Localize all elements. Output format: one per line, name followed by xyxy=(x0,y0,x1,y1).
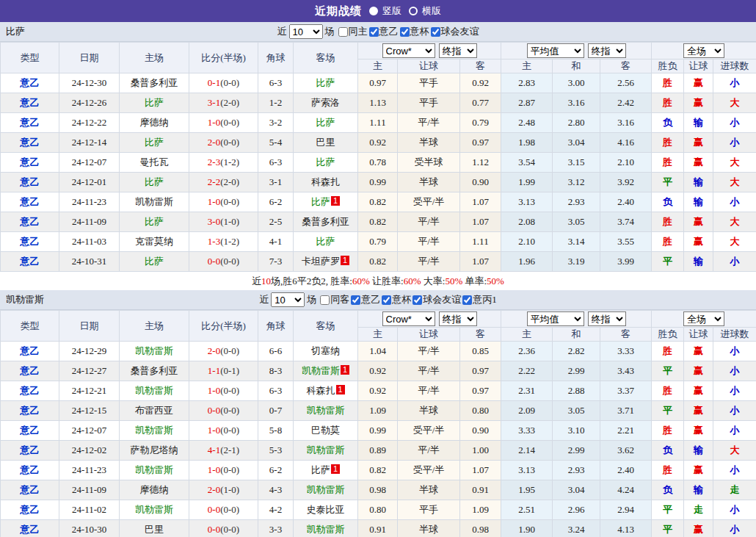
result-cell: 输 xyxy=(684,252,713,272)
euro-odds-cell: 2.36 xyxy=(501,342,553,361)
euro-odds-cell: 2.31 xyxy=(501,381,553,401)
full-score: 2-0 xyxy=(208,137,220,148)
avg-time-select[interactable]: 终指 xyxy=(588,311,626,326)
scope-select[interactable]: 全场 xyxy=(683,43,724,58)
result-cell: 负 xyxy=(652,480,684,500)
team-section-pisa: 比萨 近 10 场 同主意乙意杯球会友谊 类型 日期 主场 比分(半场) 角球 … xyxy=(0,22,756,290)
layout-radio-horizontal[interactable] xyxy=(409,7,418,15)
euro-odds-group-header: 平均值 终指 xyxy=(501,311,652,328)
away-team-cell: 卡坦萨罗1 xyxy=(294,252,358,272)
filter-option[interactable]: 同客 xyxy=(320,293,349,306)
full-score: 3-0 xyxy=(208,216,220,227)
subheader-euro-home: 主 xyxy=(501,328,553,342)
league-cell: 意乙 xyxy=(1,232,59,252)
match-count-select[interactable]: 10 xyxy=(289,24,323,39)
match-row: 意乙24-11-23凯勒雷斯1-0(0-0)6-2比萨10.82受平/半1.07… xyxy=(1,192,756,212)
layout-radio-vertical[interactable] xyxy=(369,7,378,15)
asia-odds-cell: 0.90 xyxy=(460,173,501,192)
layout-radio-horizontal-label: 横版 xyxy=(422,4,441,18)
team-name: 凯勒雷斯 xyxy=(302,365,340,376)
scope-select[interactable]: 全场 xyxy=(683,311,724,326)
filter-list: 同客意乙意杯球会友谊意丙1 xyxy=(319,293,497,306)
odds-source-select[interactable]: Crow* xyxy=(382,43,435,58)
result-group-header: 全场 xyxy=(652,311,756,328)
half-score: (0-0) xyxy=(220,345,239,356)
euro-odds-cell: 1.96 xyxy=(501,252,553,272)
away-team-cell: 巴勒莫 xyxy=(294,421,358,441)
filter-checkbox[interactable] xyxy=(400,27,410,37)
odds-source-select[interactable]: Crow* xyxy=(382,311,435,326)
result-cell: 小 xyxy=(713,381,756,401)
half-score: (1-0) xyxy=(220,216,239,227)
filter-option[interactable]: 意杯 xyxy=(400,25,429,38)
asia-odds-cell: 0.97 xyxy=(460,381,501,401)
asia-odds-cell: 0.82 xyxy=(358,192,398,212)
filter-option[interactable]: 球会友谊 xyxy=(431,25,479,38)
odds-time-select[interactable]: 终指 xyxy=(439,311,477,326)
result-cell: 赢 xyxy=(684,342,713,361)
match-row: 意乙24-12-07凯勒雷斯1-0(0-0)5-8巴勒莫0.99受平/半0.90… xyxy=(1,421,756,441)
filter-checkbox[interactable] xyxy=(412,295,422,305)
team-name: 比萨 xyxy=(145,256,164,267)
result-cell: 小 xyxy=(713,401,756,421)
match-row: 意乙24-10-31比萨0-0(0-0)7-3卡坦萨罗10.82平/半1.071… xyxy=(1,252,756,272)
filter-checkbox[interactable] xyxy=(320,295,330,305)
filter-option[interactable]: 意乙 xyxy=(369,25,399,38)
corner-cell: 4-1 xyxy=(258,232,294,252)
filter-checkbox[interactable] xyxy=(351,295,360,305)
full-score: 2-0 xyxy=(208,484,220,495)
asia-odds-cell: 0.82 xyxy=(358,461,398,480)
avg-source-select[interactable]: 平均值 xyxy=(527,311,584,326)
summary-text: 近 xyxy=(252,275,261,286)
half-score: (0-0) xyxy=(220,464,239,475)
filter-option[interactable]: 意杯 xyxy=(382,293,411,306)
date-cell: 24-12-01 xyxy=(59,173,120,192)
team-name: 切塞纳 xyxy=(311,345,340,356)
filter-checkbox[interactable] xyxy=(462,295,472,305)
layout-radio-horizontal-wrap: 横版 xyxy=(409,4,441,18)
filter-checkbox[interactable] xyxy=(431,27,440,37)
team-name: 比萨 xyxy=(145,97,164,108)
euro-odds-cell: 2.87 xyxy=(501,93,553,113)
asia-odds-cell: 0.82 xyxy=(358,212,398,232)
filter-checkbox[interactable] xyxy=(338,27,348,37)
half-score: (2-0) xyxy=(220,97,239,108)
team-name: 比萨 xyxy=(145,137,164,148)
filter-option[interactable]: 同主 xyxy=(338,25,368,38)
summary-text: 大率: xyxy=(421,275,446,286)
team-name: 布雷西亚 xyxy=(135,405,173,416)
avg-time-select[interactable]: 终指 xyxy=(588,43,626,58)
euro-odds-cell: 2.88 xyxy=(553,381,600,401)
filter-option[interactable]: 意乙 xyxy=(351,293,380,306)
asia-odds-cell: 0.80 xyxy=(460,401,501,421)
asia-odds-cell: 0.97 xyxy=(460,361,501,381)
match-count-select[interactable]: 10 xyxy=(271,292,305,307)
filter-option[interactable]: 球会友谊 xyxy=(412,293,461,306)
avg-source-select[interactable]: 平均值 xyxy=(527,43,584,58)
asia-odds-cell: 平/半 xyxy=(398,212,460,232)
euro-odds-cell: 1.95 xyxy=(501,480,553,500)
filter-option[interactable]: 意丙1 xyxy=(462,293,497,306)
asia-odds-cell: 半球 xyxy=(398,480,460,500)
asia-odds-cell: 0.80 xyxy=(358,500,398,520)
result-cell: 小 xyxy=(713,73,756,93)
half-score: (1-2) xyxy=(220,236,239,247)
euro-odds-cell: 3.13 xyxy=(501,192,553,212)
subheader-handicap-result: 让球 xyxy=(684,328,713,342)
filter-checkbox[interactable] xyxy=(369,27,379,37)
asia-odds-cell: 受平/半 xyxy=(398,192,460,212)
team-name: 凯勒雷斯 xyxy=(135,425,173,436)
corner-cell: 0-7 xyxy=(258,401,294,421)
result-cell: 胜 xyxy=(652,133,684,153)
odds-time-select[interactable]: 终指 xyxy=(439,43,477,58)
euro-odds-cell: 2.40 xyxy=(600,461,652,480)
summary-stat-value: 10 xyxy=(261,275,271,286)
away-team-cell: 比萨1 xyxy=(294,461,358,480)
team-name: 科森扎 xyxy=(307,385,335,396)
team-name: 比萨 xyxy=(311,464,330,475)
euro-odds-cell: 3.33 xyxy=(600,342,652,361)
home-team-cell: 比萨 xyxy=(120,212,189,232)
result-cell: 负 xyxy=(652,192,684,212)
filter-checkbox[interactable] xyxy=(382,295,391,305)
half-score: (0-0) xyxy=(220,256,239,267)
